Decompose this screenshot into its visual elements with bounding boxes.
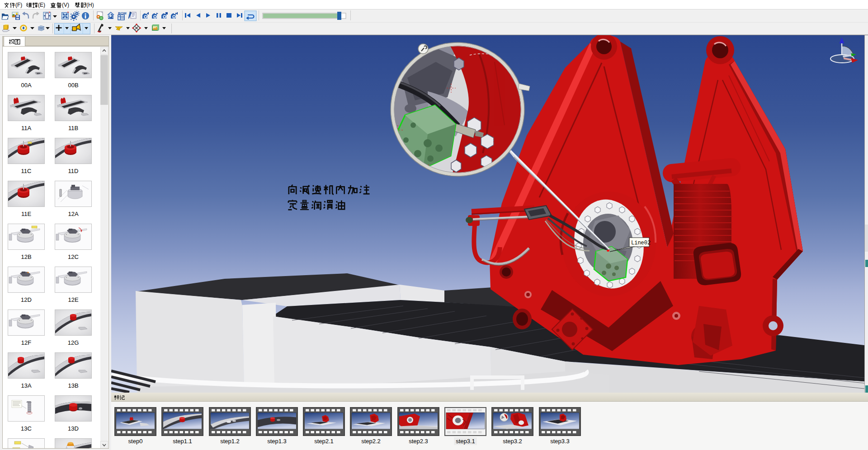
svg-text:Line02: Line02 [631, 240, 651, 246]
